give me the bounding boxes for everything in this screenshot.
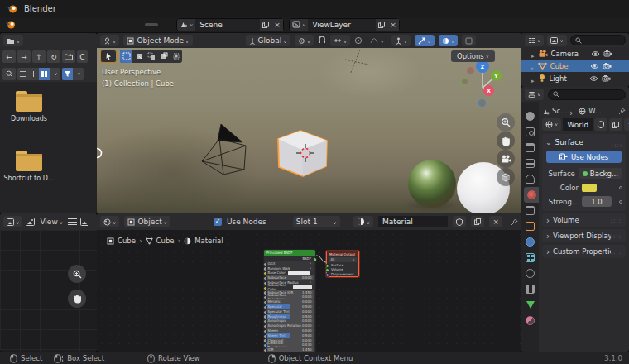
forward-icon[interactable]: → xyxy=(17,50,31,63)
node-input-row[interactable]: Displacement xyxy=(327,272,358,277)
active-tool-cursor-icon[interactable] xyxy=(100,50,117,63)
node-row[interactable]: Subsurface Color xyxy=(266,285,314,290)
surface-panel-header[interactable]: Surface xyxy=(545,138,608,146)
filter-icon[interactable] xyxy=(62,68,73,80)
breadcrumb-scene[interactable]: Sc... xyxy=(552,107,567,115)
material-output-node[interactable]: Material Output All SurfaceVolumeDisplac… xyxy=(326,251,359,277)
copy-world-icon[interactable] xyxy=(609,118,622,131)
breadcrumb-object[interactable]: Cube xyxy=(118,237,136,245)
gizmo-neg-z-axis[interactable] xyxy=(478,99,486,107)
filter-settings-dropdown[interactable] xyxy=(73,68,84,80)
pan-hand-icon[interactable] xyxy=(68,290,86,308)
vertical-list-icon[interactable] xyxy=(17,68,28,80)
zoom-icon[interactable] xyxy=(68,265,86,283)
create-directory-icon[interactable] xyxy=(62,50,75,63)
mode-dropdown[interactable]: Object Mode xyxy=(123,35,192,46)
options-button[interactable]: Options xyxy=(451,50,495,62)
pan-hand-icon[interactable] xyxy=(497,132,515,150)
show-gizmos-dropdown[interactable] xyxy=(391,35,411,46)
new-view-layer-copy-icon[interactable] xyxy=(376,19,387,31)
color-swatch[interactable] xyxy=(288,271,310,275)
display-mode-toggle[interactable] xyxy=(17,68,60,80)
property-tab[interactable] xyxy=(521,266,539,281)
select-box-icon[interactable] xyxy=(120,50,132,63)
filter-dropdown[interactable] xyxy=(547,35,566,46)
search-icon[interactable] xyxy=(2,68,16,80)
node-row[interactable]: Roughness 0.500 xyxy=(266,314,314,318)
panel-grip-icon[interactable] xyxy=(611,216,622,224)
property-tab[interactable] xyxy=(521,203,539,218)
workspace-tab[interactable] xyxy=(105,23,118,26)
view-layer-icon[interactable] xyxy=(290,19,308,31)
snap-magnet-icon[interactable] xyxy=(318,36,326,45)
menu-hamburger-icon[interactable] xyxy=(68,218,77,225)
image-icon-clipped[interactable] xyxy=(80,218,88,226)
output-target-dropdown[interactable]: All xyxy=(329,257,357,262)
snap-target-dropdown[interactable] xyxy=(330,35,350,46)
display-mode-dropdown[interactable] xyxy=(525,35,544,46)
node-row[interactable]: Clearcoat Roughness 0.030 xyxy=(266,342,314,347)
select-tweak-icon[interactable] xyxy=(132,50,145,63)
node-row[interactable]: Subsurface Anisotropy 0.000 xyxy=(266,295,314,299)
disable-render-camera-icon[interactable] xyxy=(603,62,612,69)
editor-type-icon[interactable] xyxy=(3,216,22,228)
image-canvas[interactable] xyxy=(0,230,97,352)
fake-user-shield-icon[interactable] xyxy=(453,216,466,228)
path-field[interactable]: C xyxy=(77,50,88,63)
bsdf-output-socket[interactable]: BSDF xyxy=(264,256,315,261)
copy-material-icon[interactable] xyxy=(471,216,484,228)
node-canvas[interactable]: Cube Cube Material Principled BSDF BSDF … xyxy=(97,230,521,352)
editor-type-icon[interactable] xyxy=(100,216,119,228)
pin-icon[interactable] xyxy=(618,108,626,115)
workspace-tab[interactable] xyxy=(92,23,105,26)
material-name-field[interactable]: Material xyxy=(378,216,448,228)
outliner-row-light[interactable]: Light xyxy=(521,72,629,84)
property-tab[interactable] xyxy=(524,187,539,203)
pivot-point-dropdown[interactable] xyxy=(295,35,314,46)
editor-type-icon[interactable] xyxy=(3,35,23,46)
workspace-tab[interactable] xyxy=(145,23,158,26)
gizmo-y-axis[interactable]: Y xyxy=(491,70,502,81)
parent-dir-icon[interactable]: ↑ xyxy=(32,50,46,63)
property-tab[interactable] xyxy=(521,108,539,124)
select-extend-icon[interactable] xyxy=(170,50,182,63)
node-title[interactable]: Principled BSDF xyxy=(264,250,315,256)
node-row[interactable]: Subsurface 0.000 xyxy=(266,275,314,280)
object-name[interactable]: Cube xyxy=(550,62,587,70)
property-tab[interactable] xyxy=(521,171,539,187)
scene-name[interactable]: Scene xyxy=(195,21,260,29)
hide-eye-icon[interactable] xyxy=(591,50,600,57)
collapsed-panel-header[interactable]: Volume xyxy=(542,213,626,227)
workspace-tab[interactable] xyxy=(158,23,171,26)
property-tab[interactable] xyxy=(521,297,539,313)
material-icon[interactable] xyxy=(353,216,373,228)
display-settings-dropdown[interactable] xyxy=(50,68,60,80)
unlink-material-icon[interactable] xyxy=(489,216,502,228)
proportional-editing-icon[interactable] xyxy=(354,36,363,45)
shader-type-dropdown[interactable]: Object xyxy=(124,216,170,228)
world-name-field[interactable]: World xyxy=(563,118,593,131)
property-tab[interactable] xyxy=(521,250,539,266)
node-row[interactable]: Specular 0.500 xyxy=(266,304,314,309)
blender-logo-icon[interactable] xyxy=(5,19,16,30)
node-row[interactable]: Sheen Tint 0.500 xyxy=(266,333,314,338)
use-nodes-checkbox[interactable]: ✓ xyxy=(214,218,222,226)
thumbnail-view-icon[interactable] xyxy=(39,68,50,80)
gizmo-x-axis[interactable]: X xyxy=(483,85,494,96)
property-tab[interactable] xyxy=(521,281,539,297)
viewport-shading-rendered-icon[interactable] xyxy=(462,35,476,46)
remove-view-layer-icon[interactable] xyxy=(387,19,399,31)
toggle-perspective-icon[interactable] xyxy=(497,168,515,186)
workspace-tab[interactable] xyxy=(118,23,132,26)
collapsed-panel-header[interactable]: Viewport Display xyxy=(542,229,626,242)
node-row[interactable]: Base Color xyxy=(266,271,314,275)
principled-bsdf-node[interactable]: Principled BSDF BSDF GGX Random Walk Bas… xyxy=(263,249,316,352)
file-item[interactable]: Downloads xyxy=(0,94,58,122)
surface-shader-dropdown[interactable]: Backg... xyxy=(579,168,622,179)
panel-grip-icon[interactable] xyxy=(612,135,622,151)
property-tab[interactable] xyxy=(521,140,539,156)
node-row[interactable]: Sheen 0.000 xyxy=(266,328,314,333)
select-circle-icon[interactable] xyxy=(145,50,157,63)
object-name[interactable]: Light xyxy=(550,74,586,83)
new-scene-copy-icon[interactable] xyxy=(260,19,271,31)
